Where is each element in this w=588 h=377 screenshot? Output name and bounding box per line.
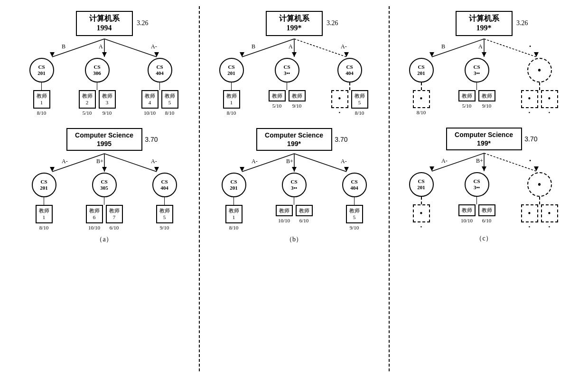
svg-text:A: A	[99, 43, 103, 50]
branch-cs201-a: CS 201 教师1 8/10	[29, 58, 54, 116]
diagram-a-bottom: Computer Science 1995 3.70 A- B+ A- CS20…	[14, 128, 195, 244]
root-line2: 1994	[82, 23, 127, 33]
svg-marker-34	[292, 167, 297, 172]
circle-cs404-a: CS 404	[148, 58, 172, 83]
column-a: 计算机系 1994 3.26 B A A-	[9, 6, 199, 371]
svg-text:•: •	[529, 157, 531, 164]
svg-text:A-: A-	[151, 158, 157, 165]
svg-line-47	[484, 153, 536, 171]
branch-lines-a-top: B A A-	[19, 39, 190, 58]
svg-text:A: A	[478, 43, 483, 50]
root-line1: 计算机系	[82, 14, 127, 24]
svg-line-18	[242, 39, 294, 57]
branch-cs306-a: CS 306 教师2 5/10 教师3 9/10	[78, 58, 117, 116]
svg-line-38	[484, 39, 536, 57]
root-line2: 199*	[271, 23, 317, 33]
main-container: 计算机系 1994 3.26 B A A-	[9, 6, 579, 371]
divider-2	[389, 6, 390, 371]
branch-cs404-a-top: CS 404 教师4 10/10 教师5 8/10	[140, 58, 179, 116]
svg-text:B+: B+	[96, 158, 103, 165]
root-line2-b: 1995	[72, 139, 137, 148]
svg-text:B+: B+	[286, 158, 293, 165]
svg-text:A-: A-	[62, 158, 68, 165]
caption-a: （a）	[96, 235, 112, 244]
svg-text:B+: B+	[476, 157, 483, 164]
root-score: 3.26	[327, 19, 338, 28]
teachers-cs201-a: 教师1 8/10	[32, 90, 51, 116]
svg-marker-16	[102, 167, 107, 172]
column-b: 计算机系 199* 3.26 B A A- CS201	[199, 6, 389, 371]
root-line1: 计算机系	[271, 14, 317, 24]
circle-cs306-a: CS 306	[85, 58, 110, 83]
svg-text:A-: A-	[341, 43, 347, 50]
caption-b: （b）	[286, 235, 302, 244]
caption-c: （c）	[476, 234, 492, 243]
root-box-a-top: 计算机系 1994 3.26	[76, 11, 133, 37]
svg-text:A-: A-	[341, 158, 347, 165]
svg-text:A-: A-	[151, 43, 157, 50]
svg-marker-7	[102, 52, 107, 57]
svg-text:A-: A-	[252, 158, 258, 165]
root-score-b: 3.70	[145, 135, 158, 144]
root-line1-b: Computer Science	[72, 131, 137, 139]
svg-text:B: B	[62, 43, 65, 50]
svg-text:B: B	[441, 43, 445, 50]
svg-line-0	[52, 39, 104, 57]
circle-cs201-a: CS 201	[29, 58, 54, 83]
teacher-node: 教师1 8/10	[33, 90, 50, 116]
svg-marker-43	[482, 52, 486, 57]
svg-line-20	[294, 39, 346, 57]
svg-text:•: •	[529, 43, 531, 50]
svg-line-36	[432, 39, 484, 57]
column-c: 计算机系 199* 3.26 B A • CS201	[389, 6, 579, 371]
svg-line-11	[104, 154, 157, 172]
svg-text:A-: A-	[441, 157, 448, 164]
branches-a-top: CS 201 教师1 8/10 CS 306	[19, 58, 190, 116]
svg-line-2	[104, 39, 157, 57]
svg-line-29	[294, 154, 346, 172]
svg-text:B: B	[252, 43, 255, 50]
root-score: 3.26	[137, 19, 149, 28]
divider-1	[199, 6, 200, 371]
svg-marker-52	[482, 166, 486, 171]
diagram-a-top: 计算机系 1994 3.26 B A A-	[14, 11, 195, 116]
svg-text:A: A	[289, 43, 293, 50]
branch-lines-a-bottom: A- B+ A-	[19, 154, 190, 173]
svg-marker-25	[292, 52, 297, 57]
